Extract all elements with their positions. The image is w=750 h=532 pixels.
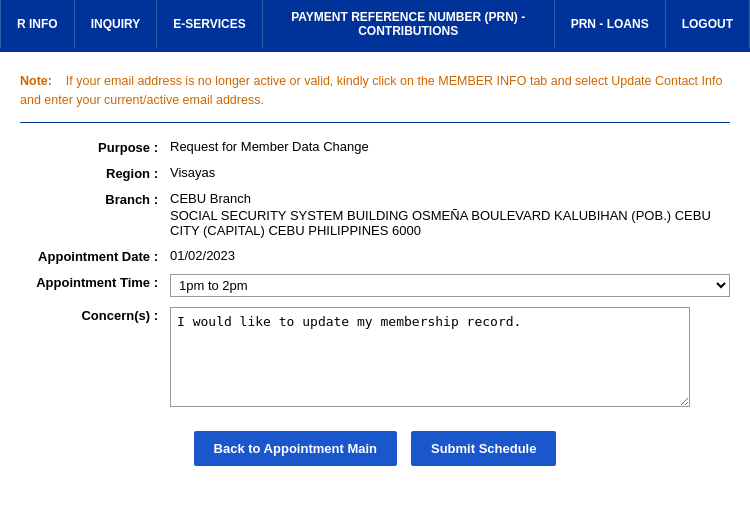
appointment-date-label: Appointment Date : <box>20 248 170 264</box>
blue-separator <box>0 48 750 52</box>
back-to-appointment-button[interactable]: Back to Appointment Main <box>194 431 397 466</box>
nav-item-prn-loans[interactable]: PRN - LOANS <box>555 0 666 48</box>
appointment-time-label: Appointment Time : <box>20 274 170 290</box>
region-value: Visayas <box>170 165 730 180</box>
appointment-date-row: Appointment Date : 01/02/2023 <box>20 248 730 264</box>
button-row: Back to Appointment Main Submit Schedule <box>0 431 750 496</box>
purpose-value: Request for Member Data Change <box>170 139 730 154</box>
note-label: Note: <box>20 74 52 88</box>
submit-schedule-button[interactable]: Submit Schedule <box>411 431 556 466</box>
branch-address: SOCIAL SECURITY SYSTEM BUILDING OSMEÑA B… <box>170 208 730 238</box>
nav-item-e-services[interactable]: E-SERVICES <box>157 0 262 48</box>
nav-item-logout[interactable]: LOGOUT <box>666 0 750 48</box>
navigation-bar: R INFO INQUIRY E-SERVICES PAYMENT REFERE… <box>0 0 750 48</box>
nav-item-inquiry[interactable]: INQUIRY <box>75 0 158 48</box>
note-text: If your email address is no longer activ… <box>20 74 722 107</box>
branch-row: Branch : CEBU Branch SOCIAL SECURITY SYS… <box>20 191 730 238</box>
appointment-time-row: Appointment Time : 8am to 9am9am to 10am… <box>20 274 730 297</box>
nav-item-prn-contributions[interactable]: PAYMENT REFERENCE NUMBER (PRN) - CONTRIB… <box>263 0 555 48</box>
concerns-label: Concern(s) : <box>20 307 170 323</box>
purpose-label: Purpose : <box>20 139 170 155</box>
concerns-textarea[interactable] <box>170 307 690 407</box>
appointment-date-value: 01/02/2023 <box>170 248 730 263</box>
form-separator <box>20 122 730 123</box>
note-section: Note: If your email address is no longer… <box>0 62 750 122</box>
branch-name: CEBU Branch <box>170 191 251 206</box>
region-row: Region : Visayas <box>20 165 730 181</box>
appointment-form: Purpose : Request for Member Data Change… <box>0 139 750 407</box>
nav-item-r-info[interactable]: R INFO <box>0 0 75 48</box>
branch-value: CEBU Branch SOCIAL SECURITY SYSTEM BUILD… <box>170 191 730 238</box>
appointment-time-select[interactable]: 8am to 9am9am to 10am10am to 11am11am to… <box>170 274 730 297</box>
concerns-row: Concern(s) : <box>20 307 730 407</box>
purpose-row: Purpose : Request for Member Data Change <box>20 139 730 155</box>
branch-label: Branch : <box>20 191 170 207</box>
region-label: Region : <box>20 165 170 181</box>
